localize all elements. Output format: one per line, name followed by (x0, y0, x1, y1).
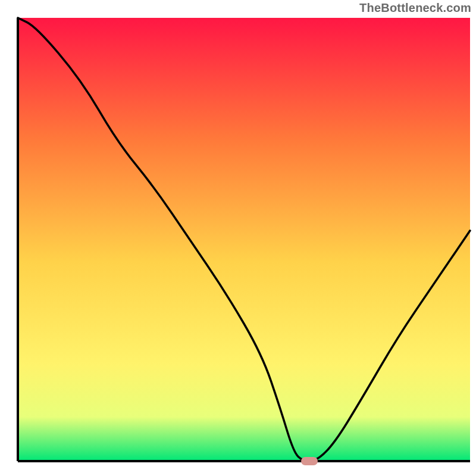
optimum-marker (301, 457, 318, 465)
bottleneck-plot (0, 0, 476, 476)
watermark-text: TheBottleneck.com (359, 1, 471, 15)
plot-background (18, 18, 470, 461)
chart-frame: TheBottleneck.com (0, 0, 476, 476)
